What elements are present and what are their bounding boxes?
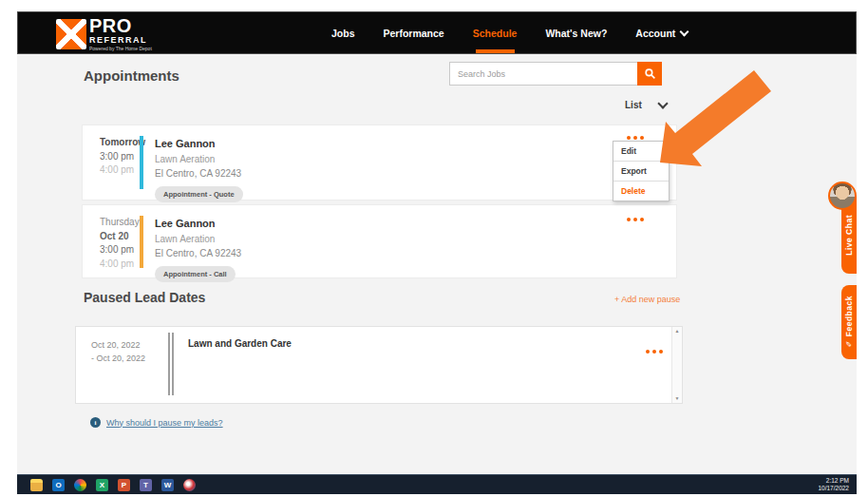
menu-item-delete[interactable]: Delete (613, 182, 669, 201)
view-selector-dropdown[interactable]: List (625, 100, 667, 110)
appointment-card-thursday[interactable]: Thursday Oct 20 3:00 pm 4:00 pm Lee Gann… (82, 204, 677, 278)
nav-item-performance[interactable]: Performance (384, 12, 444, 53)
crossed-tools-icon (56, 19, 86, 49)
windows-taskbar: O X P T W 2:12 PM 10/17/2022 (17, 474, 857, 494)
appointment-start-time: 3:00 pm (100, 243, 140, 258)
info-icon (90, 417, 101, 428)
appointment-actions-button[interactable] (627, 218, 631, 221)
excel-icon[interactable]: X (96, 479, 108, 491)
appointment-type-bar (140, 136, 143, 189)
pause-category: Lawn and Garden Care (188, 338, 292, 349)
feedback-label: Feedback (844, 296, 854, 336)
feedback-tab[interactable]: Feedback (841, 285, 857, 359)
nav-item-account[interactable]: Account (635, 12, 688, 53)
powerpoint-icon[interactable]: P (118, 479, 130, 491)
snipping-tool-icon[interactable] (74, 479, 86, 491)
appointment-end-time: 4:00 pm (100, 163, 145, 178)
page-title: Appointments (84, 67, 179, 84)
browser-icon[interactable] (183, 479, 196, 491)
chevron-down-icon (680, 27, 689, 36)
chevron-down-icon (657, 98, 668, 108)
appointment-type-badge: Appointment - Call (155, 266, 236, 282)
search-input[interactable] (449, 62, 643, 86)
nav-item-whats-new[interactable]: What's New? (545, 12, 607, 53)
nav-item-schedule[interactable]: Schedule (473, 12, 518, 53)
live-chat-avatar[interactable] (828, 182, 857, 210)
scroll-down-icon[interactable]: ▼ (675, 396, 680, 401)
customer-name: Lee Gannon (155, 136, 243, 152)
paused-section-title: Paused Lead Dates (84, 290, 205, 305)
pencil-icon (844, 336, 854, 348)
pro-referral-logo[interactable]: PRO REFERRAL Powered by The Home Depot (56, 16, 152, 51)
pause-help-link[interactable]: Why should I pause my leads? (106, 418, 223, 428)
pause-date-from: Oct 20, 2022 (91, 338, 145, 352)
main-content: Appointments List Tomorrow 3:00 pm 4:00 … (17, 54, 857, 474)
top-navbar: PRO REFERRAL Powered by The Home Depot J… (17, 11, 857, 54)
outlook-icon[interactable]: O (52, 479, 65, 491)
logo-tagline: Powered by The Home Depot (89, 47, 152, 51)
appointment-type-bar (140, 216, 143, 268)
service-name: Lawn Aeration (155, 232, 241, 246)
service-name: Lawn Aeration (155, 152, 243, 166)
appointment-date: Oct 20 (100, 230, 140, 244)
appointment-type-badge: Appointment - Quote (155, 186, 243, 202)
appointment-end-time: 4:00 pm (100, 258, 140, 272)
scroll-up-icon[interactable]: ▲ (675, 329, 680, 334)
search-icon (644, 67, 656, 80)
appointment-day: Thursday (100, 216, 140, 230)
appointment-start-time: 3:00 pm (100, 150, 145, 164)
view-selector-label: List (625, 100, 642, 110)
logo-line2: REFERRAL (89, 36, 152, 45)
nav-account-label: Account (635, 28, 675, 39)
file-explorer-icon[interactable] (30, 479, 43, 491)
pause-date-to: - Oct 20, 2022 (91, 352, 145, 365)
paused-lead-card[interactable]: Oct 20, 2022 - Oct 20, 2022 Lawn and Gar… (75, 326, 683, 404)
teams-icon[interactable]: T (140, 479, 152, 491)
pause-bar (168, 333, 174, 395)
customer-name: Lee Gannon (155, 216, 241, 232)
add-new-pause-link[interactable]: + Add new pause (614, 295, 680, 304)
scrollbar[interactable]: ▲ ▼ (671, 327, 682, 403)
clock-date: 10/17/2022 (818, 485, 849, 492)
logo-line1: PRO (89, 16, 152, 35)
menu-item-edit[interactable]: Edit (613, 142, 669, 162)
taskbar-clock[interactable]: 2:12 PM 10/17/2022 (818, 477, 849, 493)
pause-actions-button[interactable] (646, 350, 650, 354)
customer-location: El Centro, CA 92243 (155, 166, 243, 181)
clock-time: 2:12 PM (818, 477, 849, 485)
live-chat-label: Live Chat (844, 215, 854, 256)
appointment-day: Tomorrow (100, 136, 145, 150)
appointment-actions-button[interactable] (627, 136, 631, 140)
appointment-card-tomorrow[interactable]: Tomorrow 3:00 pm 4:00 pm Lee Gannon Lawn… (82, 124, 677, 201)
nav-links: Jobs Performance Schedule What's New? Ac… (331, 12, 688, 53)
desktop-screenshot: PRO REFERRAL Powered by The Home Depot J… (0, 0, 868, 497)
customer-location: El Centro, CA 92243 (155, 246, 241, 260)
word-icon[interactable]: W (161, 479, 174, 491)
menu-item-export[interactable]: Export (613, 162, 669, 182)
nav-item-jobs[interactable]: Jobs (331, 12, 355, 53)
appointment-context-menu: Edit Export Delete (613, 141, 670, 201)
search-button[interactable] (637, 62, 662, 86)
